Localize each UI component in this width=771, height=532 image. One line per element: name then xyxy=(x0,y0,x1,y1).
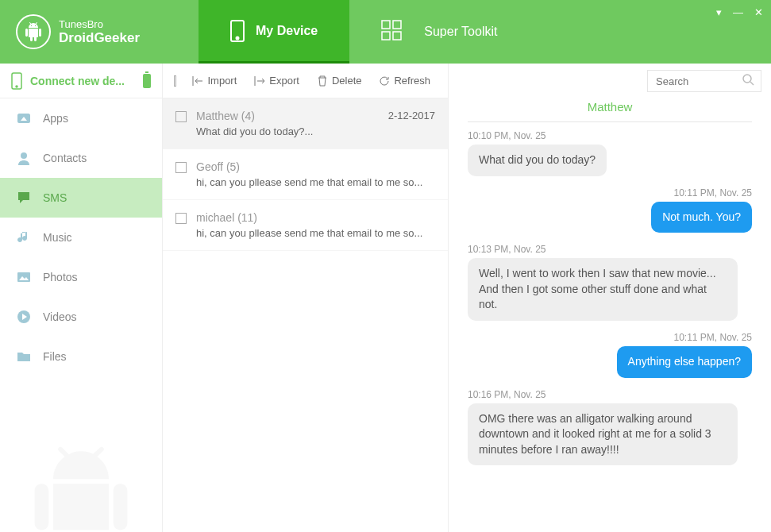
sidebar: Connect new de... Apps Contacts SMS Musi… xyxy=(0,64,163,532)
sidebar-item-label: Music xyxy=(43,231,72,244)
toolbar: Import Export Delete Refresh xyxy=(163,64,448,98)
apps-icon xyxy=(16,110,32,126)
conversation-item[interactable]: Geoff (5) hi, can you pllease send me th… xyxy=(163,149,448,200)
sidebar-item-label: Apps xyxy=(43,112,68,125)
logo-icon xyxy=(16,14,51,49)
message-time: 10:13 PM, Nov. 25 xyxy=(468,244,752,255)
product-name: DroidGeeker xyxy=(59,30,140,46)
contacts-icon xyxy=(16,150,32,166)
refresh-label: Refresh xyxy=(394,75,430,87)
message-item: 10:13 PM, Nov. 25 Well, I went to work t… xyxy=(468,244,752,321)
message-time: 10:16 PM, Nov. 25 xyxy=(468,389,752,400)
brand-name: TunesBro xyxy=(59,18,140,30)
conversation-list: Matthew (4) 2-12-2017 What did you do to… xyxy=(163,98,448,532)
svg-rect-9 xyxy=(17,272,30,282)
sidebar-item-label: Contacts xyxy=(43,152,87,164)
export-label: Export xyxy=(269,75,299,87)
tab-my-device[interactable]: My Device xyxy=(199,0,349,64)
select-all-checkbox[interactable] xyxy=(174,75,176,87)
message-time: 10:10 PM, Nov. 25 xyxy=(468,130,752,141)
refresh-icon xyxy=(379,75,390,87)
chat-panel: Matthew 10:10 PM, Nov. 25 What did you d… xyxy=(449,64,771,532)
grid-icon xyxy=(381,20,413,44)
svg-rect-3 xyxy=(393,21,401,29)
conversation-item[interactable]: Matthew (4) 2-12-2017 What did you do to… xyxy=(163,98,448,149)
photos-icon xyxy=(16,269,32,285)
message-bubble-out: Anything else happen? xyxy=(617,346,752,378)
sidebar-item-files[interactable]: Files xyxy=(0,337,162,376)
svg-rect-4 xyxy=(382,32,390,40)
message-item: 10:11 PM, Nov. 25 Not much. You? xyxy=(468,187,752,233)
conversation-checkbox[interactable] xyxy=(175,213,187,224)
export-button[interactable]: Export xyxy=(248,71,306,90)
message-item: 10:16 PM, Nov. 25 OMG there was an allig… xyxy=(468,389,752,466)
battery-icon xyxy=(143,74,151,88)
chat-title: Matthew xyxy=(449,87,771,121)
svg-point-11 xyxy=(743,75,751,83)
connect-device-button[interactable]: Connect new de... xyxy=(0,64,162,98)
search-icon[interactable] xyxy=(735,73,761,89)
search-box[interactable] xyxy=(647,70,761,92)
sidebar-item-label: SMS xyxy=(43,191,67,204)
phone-icon xyxy=(11,72,22,90)
svg-point-1 xyxy=(237,37,239,39)
delete-button[interactable]: Delete xyxy=(310,71,368,90)
sidebar-item-apps[interactable]: Apps xyxy=(0,98,162,138)
conversation-checkbox[interactable] xyxy=(175,111,187,122)
sidebar-item-contacts[interactable]: Contacts xyxy=(0,138,162,178)
conversation-name: Geoff (5) xyxy=(196,160,240,173)
message-list: 10:10 PM, Nov. 25 What did you do today?… xyxy=(449,122,771,532)
tab-super-toolkit-label: Super Toolkit xyxy=(424,25,497,39)
message-time: 10:11 PM, Nov. 25 xyxy=(468,332,752,343)
tab-my-device-label: My Device xyxy=(256,24,318,38)
conversation-name: michael (11) xyxy=(196,211,257,224)
files-icon xyxy=(16,349,32,364)
app-header: TunesBro DroidGeeker My Device Super Too… xyxy=(0,0,771,64)
conversation-checkbox[interactable] xyxy=(175,162,187,173)
message-bubble-in: What did you do today? xyxy=(468,145,607,176)
sidebar-item-music[interactable]: Music xyxy=(0,218,162,257)
window-menu-icon[interactable]: ▾ xyxy=(716,6,722,18)
message-time: 10:11 PM, Nov. 25 xyxy=(468,187,752,199)
svg-point-8 xyxy=(21,152,27,159)
delete-icon xyxy=(317,75,328,87)
connect-label: Connect new de... xyxy=(30,75,125,87)
search-input[interactable] xyxy=(648,75,735,87)
conversation-preview: hi, can you pllease send me that email t… xyxy=(196,176,435,188)
svg-point-7 xyxy=(16,86,17,87)
android-watermark-icon xyxy=(25,445,137,532)
delete-label: Delete xyxy=(332,75,362,87)
conversation-preview: hi, can you pllease send me that email t… xyxy=(196,227,435,239)
import-icon xyxy=(192,75,203,87)
conversation-panel: Import Export Delete Refresh Matthew (4) xyxy=(163,64,449,532)
message-bubble-out: Not much. You? xyxy=(651,202,752,233)
svg-rect-5 xyxy=(393,32,401,40)
conversation-name: Matthew (4) xyxy=(196,110,255,122)
sidebar-item-videos[interactable]: Videos xyxy=(0,297,162,337)
conversation-item[interactable]: michael (11) hi, can you pllease send me… xyxy=(163,200,448,251)
export-icon xyxy=(254,75,265,87)
sidebar-item-label: Videos xyxy=(43,310,77,323)
videos-icon xyxy=(16,309,32,325)
sidebar-item-label: Photos xyxy=(43,271,78,283)
close-icon[interactable]: ✕ xyxy=(754,6,763,18)
logo-area: TunesBro DroidGeeker xyxy=(0,14,199,49)
import-button[interactable]: Import xyxy=(186,71,243,90)
conversation-preview: What did you do today?... xyxy=(196,125,435,137)
message-item: 10:10 PM, Nov. 25 What did you do today? xyxy=(468,130,752,176)
conversation-date: 2-12-2017 xyxy=(388,110,435,122)
message-bubble-in: Well, I went to work then I saw that new… xyxy=(468,258,738,321)
message-item: 10:11 PM, Nov. 25 Anything else happen? xyxy=(468,332,752,378)
minimize-icon[interactable]: — xyxy=(733,6,743,18)
sidebar-item-sms[interactable]: SMS xyxy=(0,178,162,218)
sidebar-item-photos[interactable]: Photos xyxy=(0,257,162,297)
music-icon xyxy=(16,229,32,245)
tab-super-toolkit[interactable]: Super Toolkit xyxy=(349,0,529,64)
message-bubble-in: OMG there was an alligator walking aroun… xyxy=(468,403,738,466)
sidebar-item-label: Files xyxy=(43,350,67,363)
svg-rect-2 xyxy=(382,21,390,29)
refresh-button[interactable]: Refresh xyxy=(372,71,437,90)
sms-icon xyxy=(16,190,32,206)
import-label: Import xyxy=(207,75,237,87)
